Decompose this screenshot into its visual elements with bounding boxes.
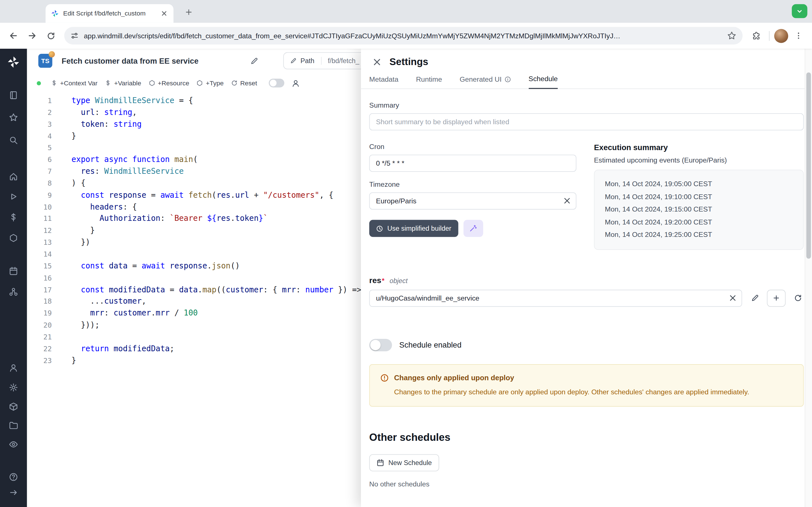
collapse-sidebar-icon[interactable] — [9, 488, 18, 497]
edit-path-pencil-icon — [290, 57, 297, 64]
line-number: 5 — [27, 142, 52, 154]
emoji-sticker — [49, 51, 55, 57]
reset-icon — [231, 80, 238, 87]
folders-icon[interactable] — [9, 420, 18, 430]
use-simplified-builder-button[interactable]: Use simplified builder — [369, 220, 458, 237]
workers-icon[interactable] — [9, 402, 18, 411]
resource-name: res — [369, 276, 382, 285]
no-other-schedules-text: No other schedules — [369, 480, 804, 488]
warning-body: Changes to the primary schedule are only… — [394, 386, 780, 397]
window-dropdown-button[interactable] — [792, 4, 807, 18]
cron-input[interactable] — [369, 155, 576, 172]
add-variable-button[interactable]: +Variable — [105, 79, 141, 87]
resource-type: object — [390, 277, 408, 284]
add-type-button[interactable]: +Type — [197, 79, 223, 87]
edit-title-pencil-icon[interactable] — [250, 57, 259, 65]
ai-wand-button[interactable] — [463, 220, 483, 237]
line-number: 1 — [27, 95, 52, 107]
timezone-input[interactable] — [369, 192, 576, 210]
toolbar-separator — [769, 31, 770, 41]
drawer-header: Settings — [361, 49, 812, 73]
triggers-icon[interactable] — [9, 287, 18, 296]
home-icon[interactable] — [9, 172, 18, 181]
tab-metadata[interactable]: Metadata — [369, 75, 398, 89]
hexagon-icon — [148, 80, 155, 87]
tab-close-icon[interactable] — [160, 9, 168, 17]
add-resource-button[interactable]: +Resource — [148, 79, 189, 87]
resource-input[interactable] — [369, 290, 742, 307]
audit-logs-icon[interactable] — [9, 440, 18, 449]
status-dot — [37, 81, 41, 85]
dollar-icon — [51, 80, 57, 87]
new-tab-button[interactable] — [183, 6, 195, 18]
site-info-icon[interactable] — [70, 32, 79, 40]
browser-toolbar: app.windmill.dev/scripts/edit/f/bd/fetch… — [0, 23, 812, 49]
clear-resource-icon[interactable] — [728, 293, 737, 302]
line-number: 8 — [27, 177, 52, 189]
favorites-star-icon[interactable] — [9, 113, 18, 122]
variables-icon[interactable] — [9, 213, 18, 222]
line-number: 2 — [27, 107, 52, 118]
tab-generated-ui[interactable]: Generated UI — [460, 75, 511, 89]
tab-runtime[interactable]: Runtime — [416, 75, 442, 89]
drawer-scrollbar[interactable] — [805, 49, 812, 507]
event-row: Mon, 14 Oct 2024, 19:05:00 CEST — [605, 178, 793, 191]
line-number: 22 — [27, 343, 52, 355]
settings-drawer: Settings Metadata Runtime Generated UI S… — [361, 49, 812, 507]
required-asterisk: * — [382, 277, 384, 284]
line-number: 4 — [27, 130, 52, 142]
close-icon[interactable] — [372, 57, 382, 67]
edit-resource-pencil-icon[interactable] — [749, 292, 761, 304]
reload-button[interactable] — [43, 27, 59, 44]
dollar-icon — [105, 80, 112, 87]
resources-icon[interactable] — [9, 233, 18, 242]
url-bar[interactable]: app.windmill.dev/scripts/edit/f/bd/fetch… — [64, 27, 743, 45]
add-resource-plus-button[interactable] — [767, 290, 785, 307]
hexagon-icon — [197, 80, 203, 87]
upcoming-events-box: Mon, 14 Oct 2024, 19:05:00 CEST Mon, 14 … — [594, 170, 804, 249]
schedules-icon[interactable] — [9, 267, 18, 276]
back-button[interactable] — [5, 27, 22, 44]
scrollbar-thumb[interactable] — [806, 72, 811, 259]
app-sidebar — [0, 49, 27, 507]
browser-chrome: Edit Script f/bd/fetch_custom — [0, 0, 812, 49]
extensions-icon[interactable] — [748, 27, 764, 44]
schedule-enabled-toggle[interactable] — [369, 339, 392, 351]
language-badge: TS — [38, 54, 52, 68]
script-title: Fetch customer data from EE service — [62, 56, 199, 65]
windmill-logo[interactable] — [7, 55, 20, 69]
line-number: 21 — [27, 331, 52, 343]
cron-label: Cron — [369, 143, 576, 151]
browser-tab[interactable]: Edit Script f/bd/fetch_custom — [46, 4, 174, 23]
browser-menu-icon[interactable] — [790, 27, 807, 44]
chevron-down-icon — [796, 8, 803, 15]
notebook-icon[interactable] — [9, 91, 18, 100]
line-number: 13 — [27, 237, 52, 248]
refresh-resource-icon[interactable] — [792, 292, 804, 304]
user-icon[interactable] — [9, 363, 18, 372]
line-number: 19 — [27, 307, 52, 319]
tab-schedule[interactable]: Schedule — [529, 75, 558, 89]
forward-button[interactable] — [24, 27, 40, 44]
info-icon — [504, 76, 511, 82]
line-number: 9 — [27, 189, 52, 201]
search-icon[interactable] — [9, 135, 18, 145]
summary-input[interactable] — [369, 113, 804, 130]
clear-timezone-icon[interactable] — [563, 196, 571, 205]
alert-circle-icon — [380, 373, 389, 382]
runs-icon[interactable] — [9, 192, 18, 201]
profile-avatar[interactable] — [774, 29, 788, 43]
user-mini-icon — [291, 79, 299, 87]
editor-toggle[interactable] — [268, 78, 284, 87]
content-area: TS Fetch customer data from EE service P… — [0, 49, 812, 507]
settings-gear-icon[interactable] — [9, 383, 18, 392]
bookmark-star-icon[interactable] — [727, 31, 737, 40]
help-icon[interactable] — [9, 472, 18, 482]
deploy-warning-box: Changes only applied upon deploy Changes… — [369, 364, 804, 407]
resource-field-header: res* object — [369, 276, 804, 285]
new-schedule-button[interactable]: New Schedule — [369, 454, 439, 471]
line-number: 3 — [27, 118, 52, 130]
clock-icon — [376, 225, 383, 232]
add-context-var-button[interactable]: +Context Var — [51, 79, 98, 87]
reset-button[interactable]: Reset — [231, 79, 257, 87]
